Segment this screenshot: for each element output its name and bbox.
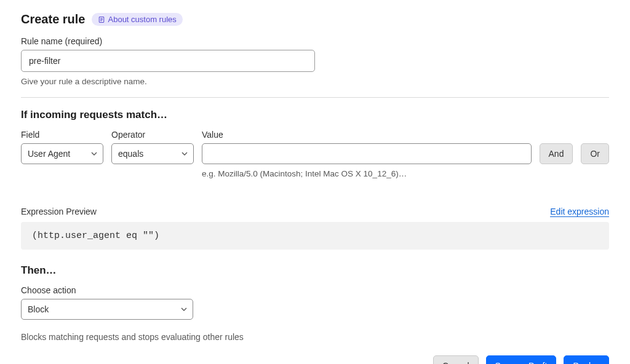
condition-section-title: If incoming requests match… — [21, 109, 609, 121]
save-as-draft-button[interactable]: Save as Draft — [486, 355, 557, 364]
document-icon — [98, 16, 105, 23]
choose-action-label: Choose action — [21, 285, 609, 295]
field-select-value: User Agent — [28, 149, 70, 159]
or-button[interactable]: Or — [581, 143, 609, 164]
operator-select-value: equals — [118, 149, 143, 159]
expression-preview-label: Expression Preview — [21, 207, 97, 216]
value-column-label: Value — [202, 130, 609, 140]
operator-column-label: Operator — [111, 130, 194, 140]
value-input[interactable] — [202, 143, 532, 164]
chevron-down-icon — [181, 307, 187, 311]
cancel-button[interactable]: Cancel — [433, 355, 479, 364]
about-custom-rules-link[interactable]: About custom rules — [92, 13, 183, 26]
chevron-down-icon — [181, 152, 188, 156]
edit-expression-link[interactable]: Edit expression — [550, 207, 609, 217]
action-select-value: Block — [28, 304, 49, 314]
rule-name-label: Rule name (required) — [21, 36, 609, 46]
field-column-label: Field — [21, 130, 103, 140]
action-description: Blocks matching requests and stops evalu… — [21, 332, 609, 342]
field-select[interactable]: User Agent — [21, 143, 103, 164]
chevron-down-icon — [91, 152, 97, 156]
action-select[interactable]: Block — [21, 299, 193, 320]
and-button[interactable]: And — [540, 143, 573, 164]
rule-name-helper: Give your rule a descriptive name. — [21, 77, 609, 86]
then-section-title: Then… — [21, 264, 609, 277]
deploy-button[interactable]: Deploy — [564, 355, 609, 364]
value-hint: e.g. Mozilla/5.0 (Macintosh; Intel Mac O… — [202, 169, 532, 178]
section-divider — [21, 97, 609, 98]
page-title: Create rule — [21, 12, 86, 26]
expression-preview-code: (http.user_agent eq "") — [21, 222, 609, 250]
operator-select[interactable]: equals — [111, 143, 194, 164]
rule-name-input[interactable] — [21, 50, 315, 72]
about-custom-rules-label: About custom rules — [108, 15, 177, 24]
